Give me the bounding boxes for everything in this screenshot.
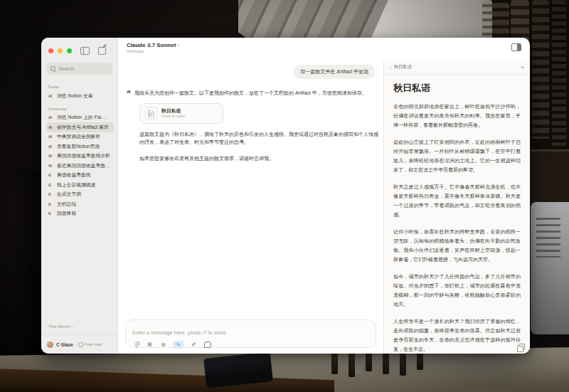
- anthropic-icon: AI: [48, 94, 54, 98]
- message-input[interactable]: [132, 329, 369, 336]
- anthropic-icon: AI: [48, 115, 54, 120]
- assistant-message: AI 我很乐意为您创作一篇散文。以下是我创作的散文，放在了一个文档型的 Arti…: [127, 89, 377, 97]
- sidebar-item-label: 中美贸易战全面解析: [57, 133, 100, 140]
- composer-toolbar: [132, 341, 369, 349]
- style-pen-icon[interactable]: [190, 341, 198, 349]
- artifact-title: 秋日私语: [393, 82, 521, 95]
- white-machine: [531, 202, 569, 334]
- sidebar-item-label: 最近美国国债收益率曲线检...: [57, 162, 112, 169]
- search-placeholder: Search: [58, 66, 74, 71]
- sidebar-item[interactable]: G文档总结: [46, 199, 114, 209]
- sidebar-item-label: 线上会议视频摘述: [57, 181, 95, 189]
- sidebar-sections: TodayAI润色 Notion 文章YesterdayAI润色 Notion …: [41, 75, 117, 324]
- sidebar-item-label: 文档总结: [57, 201, 76, 208]
- artifact-paragraph: 金色的阳光斜斜地洒在窗台上，树叶在微风中沙沙作响，仿佛在诉说着夏天的离去和秋天的…: [393, 102, 521, 129]
- sidebar-item[interactable]: G美债收益率曲线: [46, 171, 114, 181]
- account-row[interactable]: C Glaze Free trial: [41, 334, 117, 354]
- artifact-paragraph: 记得小时候，最喜欢在秋天的田野里奔跑，金黄的稻田一望无际，沉甸甸的稻穗低垂着头，…: [393, 227, 521, 264]
- sidebar-item[interactable]: AI查看最新Notion页面: [46, 142, 114, 152]
- body-row: 写一篇散文并在 Artifact 中呈现 AI 我很乐意为您创作一篇散文。以下是…: [118, 60, 530, 354]
- artifact-card-title: 秋日私语: [161, 107, 186, 114]
- sidebar-item[interactable]: AI创作散文与 Artifact 展示: [46, 122, 114, 132]
- sidebar-section-label: Yesterday: [48, 106, 114, 111]
- chevron-right-icon: ›: [177, 42, 179, 48]
- sidebar-item-label: 美国国债收益率曲线分析: [57, 152, 110, 159]
- thought-bubble-icon[interactable]: [203, 341, 211, 349]
- artifact-paragraph: 人生何尝不是一个漫长的秋天？我们经历了青春的绚烂，走向成熟的稳重，最终迎来生命的…: [393, 317, 521, 354]
- artifact-panel: ‹ 秋日私语 × 秋日私语 金色的阳光斜斜地洒在窗台上，树叶在微风中沙沙作响，仿…: [383, 60, 530, 354]
- close-icon[interactable]: ×: [521, 65, 524, 70]
- user-message-bubble: 写一篇散文并在 Artifact 中呈现: [294, 65, 375, 79]
- artifact-body: 金色的阳光斜斜地洒在窗台上，树叶在微风中沙沙作响，仿佛在诉说着夏天的离去和秋天的…: [393, 102, 521, 354]
- anthropic-icon: AI: [48, 134, 54, 139]
- assistant-paragraph: 如果您想要修改或者有其他主题的散文需求，请随时告诉我。: [139, 154, 381, 162]
- trial-badge: Free trial: [78, 342, 102, 347]
- this-month-toggle[interactable]: This Month ›: [48, 324, 117, 329]
- window-controls: [41, 38, 117, 56]
- sidebar-item[interactable]: AI润色 Notion 文章: [46, 91, 114, 101]
- assistant-intro-text: 我很乐意为您创作一篇散文。以下是我创作的散文，放在了一个文档型的 Artifac…: [134, 89, 367, 97]
- search-input[interactable]: Search: [46, 63, 112, 75]
- sidebar-item-label: 生成文字稿: [57, 191, 81, 198]
- zoom-window-button[interactable]: [67, 48, 72, 53]
- copy-icon[interactable]: [519, 344, 525, 350]
- sidebar: Search TodayAI润色 Notion 文章YesterdayAI润色 …: [41, 38, 118, 354]
- artifact-paragraph: 如今，城市的秋天少了几分田园的气息，多了几分都市的喧嚣。但当夕阳西下，华灯初上，…: [393, 272, 521, 309]
- trial-badge-label: Free trial: [85, 342, 102, 346]
- anthropic-logo-icon: AI: [127, 90, 130, 94]
- sidebar-section-label: Today: [48, 84, 114, 89]
- document-icon: [145, 107, 157, 120]
- g-icon: G: [48, 202, 54, 206]
- close-window-button[interactable]: [48, 48, 53, 53]
- attachment-icon[interactable]: [132, 341, 140, 349]
- new-chat-icon[interactable]: [98, 47, 106, 55]
- anthropic-icon: AI: [48, 154, 54, 158]
- artifact-panel-toggle-icon[interactable]: [511, 43, 521, 51]
- sidebar-item-label: 美债收益率曲线: [57, 171, 91, 179]
- g-icon: G: [48, 173, 54, 177]
- g-icon: G: [48, 192, 54, 196]
- artifact-content[interactable]: 秋日私语 金色的阳光斜斜地洒在窗台上，树叶在微风中沙沙作响，仿佛在诉说着夏天的离…: [384, 75, 530, 354]
- assistant-paragraph: 这篇散文题为《秋日私语》，描绘了秋天的景色和引发的人生感悟。我尝试通过对自然景象…: [139, 130, 381, 146]
- command-icon[interactable]: [146, 341, 154, 349]
- anthropic-icon: AI: [48, 125, 54, 129]
- artifacts-pen-icon[interactable]: [173, 341, 184, 349]
- claude-app-window: Search TodayAI润色 Notion 文章YesterdayAI润色 …: [41, 38, 530, 354]
- sidebar-item[interactable]: G线上会议视频摘述: [46, 180, 114, 190]
- sidebar-item-label: 润色 Notion 上的 Fia 文章: [57, 114, 112, 121]
- globe-icon[interactable]: [159, 341, 167, 349]
- spice-bottles: [331, 350, 423, 377]
- sidebar-item[interactable]: G国债释疑: [46, 209, 114, 219]
- minimize-window-button[interactable]: [58, 48, 63, 53]
- sidebar-item[interactable]: AI润色 Notion 上的 Fia 文章: [46, 113, 114, 123]
- search-icon: [50, 66, 55, 71]
- message-composer[interactable]: [125, 319, 376, 348]
- artifact-paragraph: 远处的山峦披上了红黄相间的外衣，近处的梧桐树叶子已经开始零星飘落。一片枯叶从树梢…: [393, 137, 521, 174]
- model-selector[interactable]: Claude 3.7 Sonnet›: [127, 42, 179, 48]
- g-icon: G: [48, 211, 54, 216]
- chevron-left-icon[interactable]: ‹: [390, 65, 391, 70]
- sidebar-item[interactable]: G生成文字稿: [46, 190, 114, 200]
- sidebar-item[interactable]: AI最近美国国债收益率曲线检...: [46, 161, 114, 171]
- chat-header: Claude 3.7 Sonnet› Anthropic: [118, 38, 530, 60]
- sidebar-toggle-icon[interactable]: [80, 47, 90, 55]
- sidebar-item[interactable]: AI中美贸易战全面解析: [46, 132, 114, 142]
- sidebar-item-label: 创作散文与 Artifact 展示: [57, 124, 109, 131]
- artifact-card[interactable]: 秋日私语 Click to open: [139, 103, 223, 124]
- model-subtitle: Anthropic: [127, 49, 179, 54]
- trial-icon: [78, 342, 83, 347]
- artifact-breadcrumb[interactable]: 秋日私语: [394, 64, 412, 70]
- sidebar-item[interactable]: AI美国国债收益率曲线分析: [46, 152, 114, 161]
- anthropic-icon: AI: [48, 164, 54, 168]
- sidebar-item-label: 润色 Notion 文章: [57, 92, 93, 100]
- main-column: Claude 3.7 Sonnet› Anthropic 写一篇散文并在 Art…: [118, 38, 530, 354]
- avatar: [47, 341, 53, 348]
- chat-area: 写一篇散文并在 Artifact 中呈现 AI 我很乐意为您创作一篇散文。以下是…: [118, 60, 383, 354]
- artifact-panel-header: ‹ 秋日私语 ×: [384, 60, 530, 75]
- g-icon: G: [48, 183, 54, 187]
- artifact-card-subtitle: Click to open: [161, 114, 186, 120]
- sidebar-item-label: 国债释疑: [57, 210, 76, 217]
- artifact-paragraph: 秋天总是让人感慨万千。它不像春天那样充满生机，也不像夏天那样热烈奔放，更不像冬天…: [393, 182, 521, 219]
- account-name: C Glaze: [56, 342, 73, 347]
- model-title: Claude 3.7 Sonnet: [127, 42, 176, 48]
